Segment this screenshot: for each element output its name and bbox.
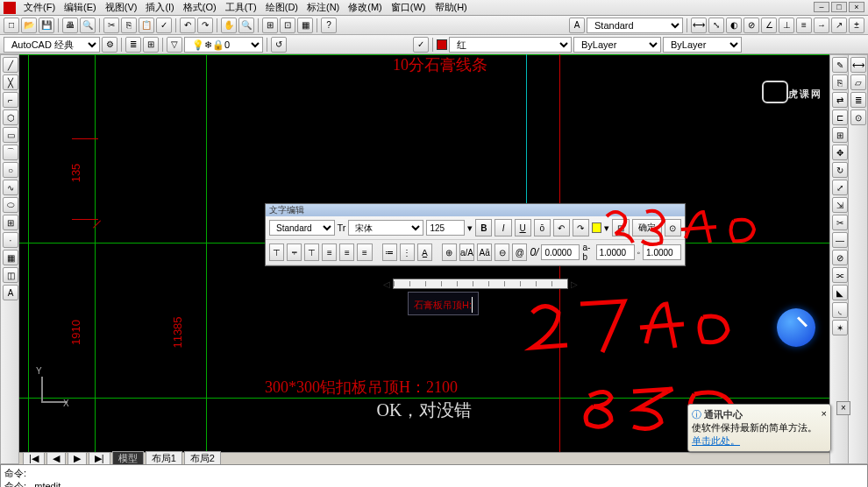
- menu-tools[interactable]: 工具(T): [221, 1, 261, 14]
- paste-icon[interactable]: 📋: [139, 18, 154, 33]
- align-right-icon[interactable]: ≡: [357, 244, 372, 261]
- polygon-icon[interactable]: ⬡: [3, 109, 18, 125]
- erase-icon[interactable]: ✎: [832, 57, 848, 73]
- mirror-icon[interactable]: ⇄: [832, 92, 848, 108]
- mtext-size-input[interactable]: [426, 220, 465, 236]
- tab-nav-last[interactable]: ▶|: [89, 452, 110, 464]
- italic-button[interactable]: I: [494, 219, 511, 236]
- dim-baseline-icon[interactable]: ≡: [796, 18, 812, 33]
- offset-icon[interactable]: ⊏: [832, 109, 848, 125]
- width-icon[interactable]: @: [512, 244, 527, 261]
- copy-obj-icon[interactable]: ⎘: [832, 74, 848, 90]
- layer-previous-icon[interactable]: ↺: [271, 37, 287, 53]
- bullets-icon[interactable]: ⋮: [400, 244, 415, 261]
- tracking-icon[interactable]: ⊖: [494, 244, 509, 261]
- trim-icon[interactable]: ✂: [832, 215, 848, 230]
- insert-field-icon[interactable]: ⊕: [442, 244, 457, 261]
- dim-diameter-icon[interactable]: ⊘: [743, 18, 759, 33]
- spline-icon[interactable]: ∿: [3, 180, 18, 195]
- symbol-icon[interactable]: a/A: [459, 244, 474, 261]
- minimize-button[interactable]: –: [814, 2, 829, 12]
- align-top-left-icon[interactable]: ⊤: [269, 244, 284, 261]
- lineweight-combo[interactable]: ByLayer: [663, 37, 742, 53]
- zoom-icon[interactable]: 🔍: [238, 18, 254, 33]
- move-icon[interactable]: ✥: [832, 145, 848, 160]
- drawing-canvas[interactable]: 135 1910 11385 10分石膏线条 300*300铝扣板吊顶H：210…: [19, 54, 829, 464]
- align-top-center-icon[interactable]: ⫧: [287, 244, 302, 261]
- xline-icon[interactable]: ╳: [3, 74, 18, 90]
- comm-close-button[interactable]: ×: [836, 401, 850, 415]
- cut-icon[interactable]: ✂: [103, 18, 119, 33]
- uppercase-icon[interactable]: A̲: [417, 244, 432, 261]
- rectangle-icon[interactable]: ▭: [3, 127, 18, 143]
- layer-states-icon[interactable]: ⊞: [143, 37, 159, 53]
- comm-link[interactable]: 单击此处。: [692, 434, 827, 448]
- distance-icon[interactable]: ⟷: [850, 57, 866, 73]
- break-icon[interactable]: ⊘: [832, 250, 848, 265]
- menu-edit[interactable]: 编辑(E): [60, 1, 101, 14]
- ok-button[interactable]: 确定: [632, 219, 662, 236]
- pan-icon[interactable]: ✋: [221, 18, 237, 33]
- cmd-input-line[interactable]: 命令: _mtedit: [4, 480, 864, 487]
- arc-icon[interactable]: ⌒: [3, 145, 18, 160]
- polyline-icon[interactable]: ⌐: [3, 92, 18, 108]
- comm-x-button[interactable]: ×: [822, 408, 827, 419]
- text-icon[interactable]: A: [3, 285, 18, 300]
- align-center-icon[interactable]: ≡: [339, 244, 354, 261]
- ellipse-icon[interactable]: ⬭: [3, 197, 18, 213]
- explode-icon[interactable]: ✶: [832, 320, 848, 335]
- mtext-style-combo[interactable]: Standard: [269, 220, 335, 236]
- make-current-icon[interactable]: ✓: [413, 37, 429, 53]
- width-input[interactable]: [643, 244, 681, 260]
- menu-modify[interactable]: 修改(M): [344, 1, 387, 14]
- align-left-icon[interactable]: ≡: [322, 244, 337, 261]
- join-icon[interactable]: ⫘: [832, 267, 848, 283]
- scale-icon[interactable]: ⤢: [832, 180, 848, 195]
- text-color-swatch[interactable]: [592, 222, 602, 233]
- color-combo[interactable]: 红: [449, 37, 572, 53]
- line-icon[interactable]: ╱: [3, 57, 18, 73]
- dim-style-icon[interactable]: A: [569, 18, 585, 33]
- tab-layout1[interactable]: 布局1: [146, 451, 182, 464]
- stretch-icon[interactable]: ⇲: [832, 197, 848, 213]
- bold-button[interactable]: B: [475, 219, 492, 236]
- match-icon[interactable]: ✓: [156, 18, 172, 33]
- dim-radius-icon[interactable]: ◐: [726, 18, 742, 33]
- point-icon[interactable]: ·: [3, 232, 18, 248]
- help-icon[interactable]: ?: [321, 18, 337, 33]
- menu-format[interactable]: 格式(O): [179, 1, 221, 14]
- linetype-combo[interactable]: ByLayer: [573, 37, 661, 53]
- close-button[interactable]: ×: [849, 2, 864, 12]
- id-icon[interactable]: ⊙: [850, 109, 866, 125]
- copy-icon[interactable]: ⎘: [121, 18, 137, 33]
- dim-leader-icon[interactable]: ↗: [831, 18, 847, 33]
- dim-ordinate-icon[interactable]: ⊥: [779, 18, 794, 33]
- print-icon[interactable]: 🖶: [62, 18, 78, 33]
- workspace-settings-icon[interactable]: ⚙: [102, 37, 117, 53]
- fillet-icon[interactable]: ◟: [832, 302, 848, 318]
- open-icon[interactable]: 📂: [21, 18, 37, 33]
- menu-help[interactable]: 帮助(H): [430, 1, 472, 14]
- chamfer-icon[interactable]: ◣: [832, 285, 848, 300]
- mtext-ruler[interactable]: [393, 279, 568, 289]
- command-window[interactable]: 命令: 命令: _mtedit: [0, 464, 868, 487]
- tab-nav-next[interactable]: ▶: [68, 452, 87, 464]
- menu-draw[interactable]: 绘图(D): [261, 1, 302, 14]
- region-icon[interactable]: ◫: [3, 267, 18, 283]
- tab-layout2[interactable]: 布局2: [184, 451, 221, 464]
- layer-combo[interactable]: 💡❄🔒0: [184, 37, 263, 53]
- mtext-font-combo[interactable]: 宋体: [348, 220, 423, 236]
- menu-dimension[interactable]: 标注(N): [302, 1, 344, 14]
- preview-icon[interactable]: 🔍: [80, 18, 96, 33]
- menu-window[interactable]: 窗口(W): [387, 1, 430, 14]
- ruler-button[interactable]: ⊞: [612, 219, 629, 236]
- tab-nav-first[interactable]: |◀: [23, 452, 45, 464]
- align-top-right-icon[interactable]: ⊤: [304, 244, 319, 261]
- layer-properties-icon[interactable]: ≣: [125, 37, 141, 53]
- dim-aligned-icon[interactable]: ⤡: [708, 18, 724, 33]
- maximize-button[interactable]: □: [831, 2, 847, 12]
- text-style-combo[interactable]: Standard: [587, 18, 683, 33]
- workspace-combo[interactable]: AutoCAD 经典: [4, 37, 100, 53]
- tab-model[interactable]: 模型: [112, 451, 144, 464]
- underline-button[interactable]: U: [515, 219, 531, 236]
